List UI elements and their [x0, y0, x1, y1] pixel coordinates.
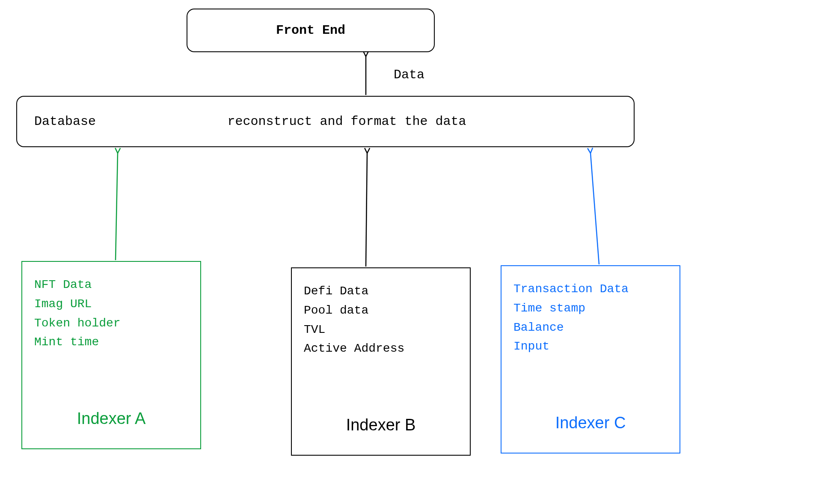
arrow-indexer-c-to-db	[590, 153, 599, 264]
arrow-indexer-b-to-db	[366, 153, 367, 267]
database-box: Database reconstruct and format the data	[16, 96, 635, 147]
arrow-indexer-a-to-db	[116, 153, 118, 260]
indexer-a-line: NFT Data	[34, 276, 192, 295]
indexer-b-box: Defi Data Pool data TVL Active Address I…	[291, 267, 471, 456]
frontend-label: Front End	[276, 23, 345, 38]
indexer-a-box: NFT Data Imag URL Token holder Mint time…	[21, 261, 201, 449]
indexer-a-line: Token holder	[34, 314, 192, 333]
indexer-a-title: Indexer A	[22, 409, 200, 428]
indexer-b-line: Pool data	[304, 301, 461, 320]
indexer-b-line: Defi Data	[304, 282, 461, 301]
indexer-b-lines: Defi Data Pool data TVL Active Address	[304, 282, 461, 359]
data-arrow-label: Data	[394, 68, 424, 82]
indexer-c-box: Transaction Data Time stamp Balance Inpu…	[501, 265, 680, 454]
database-label: Database	[17, 114, 137, 129]
architecture-diagram: Front End Data Database reconstruct and …	[0, 0, 816, 504]
indexer-c-line: Balance	[513, 318, 671, 338]
indexer-a-line: Mint time	[34, 333, 192, 352]
database-description: reconstruct and format the data	[137, 114, 634, 129]
indexer-b-line: Active Address	[304, 339, 461, 359]
indexer-c-line: Time stamp	[513, 299, 671, 318]
indexer-b-line: TVL	[304, 320, 461, 340]
frontend-box: Front End	[187, 9, 435, 52]
indexer-b-title: Indexer B	[292, 416, 470, 434]
indexer-c-line: Input	[513, 337, 671, 356]
indexer-c-lines: Transaction Data Time stamp Balance Inpu…	[513, 280, 671, 356]
indexer-a-lines: NFT Data Imag URL Token holder Mint time	[34, 276, 192, 352]
indexer-c-line: Transaction Data	[513, 280, 671, 299]
indexer-a-line: Imag URL	[34, 295, 192, 314]
indexer-c-title: Indexer C	[501, 414, 680, 432]
